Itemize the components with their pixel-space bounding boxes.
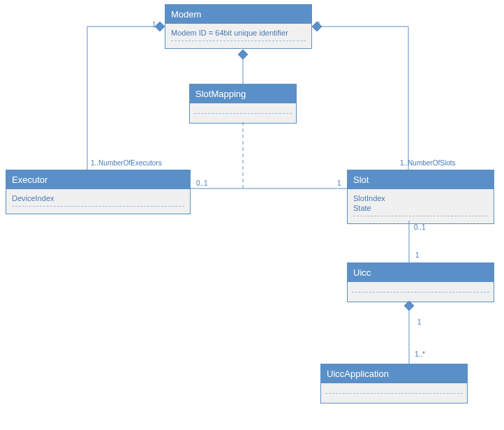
mult-slot-top: 1..NumberOfSlots (400, 159, 455, 167)
mult-modem-left: 1 (152, 21, 156, 29)
class-slot-title: Slot (348, 170, 494, 189)
class-slot: Slot SlotIndex State (347, 170, 494, 224)
class-uicc: Uicc (347, 262, 494, 302)
class-slot-attr-1: State (353, 203, 488, 213)
mult-slot-left: 1 (337, 179, 341, 187)
class-modem: Modem Modem ID = 64bit unique identifier (165, 4, 312, 49)
class-slotmapping: SlotMapping (189, 84, 297, 124)
mult-uicc-top: 1 (415, 251, 420, 259)
class-uiccapp-title: UiccApplication (321, 364, 467, 383)
class-executor-attr: DeviceIndex (12, 193, 184, 203)
mult-slot-bottom: 0..1 (414, 223, 426, 231)
class-uiccapp: UiccApplication (320, 364, 468, 403)
class-slotmapping-title: SlotMapping (190, 84, 296, 103)
mult-uicc-bottom: 1 (417, 318, 422, 326)
class-uicc-title: Uicc (348, 263, 494, 282)
mult-exec-top: 1..NumberOfExecutors (91, 159, 162, 167)
class-executor: Executor DeviceIndex (6, 170, 191, 214)
class-modem-attr: Modem ID = 64bit unique identifier (171, 28, 306, 38)
mult-modem-right: 1 (317, 21, 321, 29)
class-modem-title: Modem (165, 5, 311, 24)
mult-uiccapp-top: 1..* (415, 350, 425, 358)
class-executor-title: Executor (6, 170, 190, 189)
class-slot-attr-0: SlotIndex (353, 193, 488, 203)
mult-exec-right: 0..1 (196, 179, 208, 187)
